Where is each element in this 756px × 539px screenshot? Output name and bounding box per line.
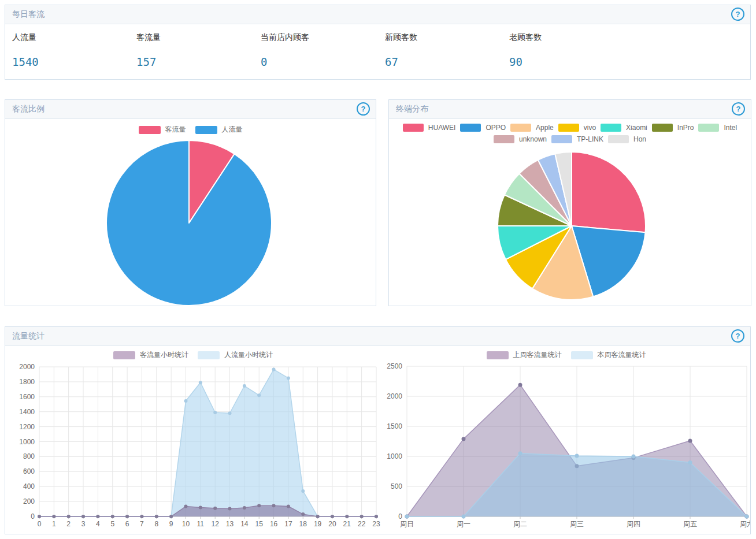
svg-text:600: 600 xyxy=(23,467,35,475)
svg-text:2000: 2000 xyxy=(387,392,402,400)
svg-text:17: 17 xyxy=(284,520,292,528)
svg-text:15: 15 xyxy=(255,520,264,528)
svg-text:11: 11 xyxy=(197,520,205,528)
stat-label: 人流量 xyxy=(12,32,136,43)
dashboard-page: 每日客流 ? 人流量1540客流量157当前店内顾客0新顾客数67老顾客数90 … xyxy=(0,0,756,539)
stat-item: 人流量1540 xyxy=(12,32,136,68)
svg-text:13: 13 xyxy=(226,520,234,528)
stat-label: 新顾客数 xyxy=(385,32,509,43)
svg-text:9: 9 xyxy=(169,520,173,528)
stat-value: 157 xyxy=(136,55,261,68)
svg-text:5: 5 xyxy=(110,520,114,528)
panel-daily-traffic: 每日客流 ? 人流量1540客流量157当前店内顾客0新顾客数67老顾客数90 xyxy=(5,5,751,80)
svg-text:周四: 周四 xyxy=(627,520,640,528)
panel-traffic-title: 流量统计 xyxy=(5,327,45,345)
svg-text:10: 10 xyxy=(182,520,190,528)
svg-text:6: 6 xyxy=(125,520,129,528)
panel-traffic-header: 流量统计 ? xyxy=(5,327,750,346)
svg-text:周一: 周一 xyxy=(457,520,470,528)
svg-text:400: 400 xyxy=(23,482,35,490)
stat-value: 1540 xyxy=(12,55,136,68)
svg-text:22: 22 xyxy=(358,520,366,528)
svg-text:0: 0 xyxy=(31,512,35,521)
stat-item: 客流量157 xyxy=(136,32,261,68)
svg-text:4: 4 xyxy=(96,520,100,528)
pie-slice-人流量[interactable] xyxy=(106,140,272,306)
stat-value: 0 xyxy=(261,55,385,68)
svg-text:21: 21 xyxy=(343,520,351,528)
daily-stats-row: 人流量1540客流量157当前店内顾客0新顾客数67老顾客数90 xyxy=(5,24,750,68)
panel-terminal-distribution: 终端分布 ? HUAWEIOPPOApplevivoXiaomiInProInt… xyxy=(388,99,751,306)
svg-text:23: 23 xyxy=(372,520,380,528)
svg-text:1600: 1600 xyxy=(19,393,35,401)
stat-item: 老顾客数90 xyxy=(509,32,633,68)
svg-text:16: 16 xyxy=(270,520,278,528)
y-axis-labels: 0200400600800100012001400160018002000 xyxy=(19,363,35,521)
svg-text:周二: 周二 xyxy=(513,520,527,528)
terminal-pie-chart xyxy=(389,118,751,306)
help-icon[interactable]: ? xyxy=(732,102,745,116)
svg-text:14: 14 xyxy=(240,520,249,528)
y-axis-labels: 05001000150020002500 xyxy=(387,362,402,521)
weekly-chart-box: 上周客流量统计本周客流量统计 05001000150020002500周日周一周… xyxy=(382,345,750,535)
svg-text:0: 0 xyxy=(398,512,402,521)
panel-terminal-header: 终端分布 ? xyxy=(389,100,751,119)
pie-slice-HUAWEI[interactable] xyxy=(572,152,646,232)
panel-daily-header: 每日客流 ? xyxy=(5,5,750,24)
svg-text:1400: 1400 xyxy=(19,408,35,416)
svg-text:1800: 1800 xyxy=(19,378,35,386)
svg-text:1500: 1500 xyxy=(387,422,402,430)
svg-text:19: 19 xyxy=(314,520,322,528)
svg-text:200: 200 xyxy=(23,497,35,505)
svg-text:7: 7 xyxy=(140,520,144,528)
stat-value: 67 xyxy=(385,55,509,68)
ratio-pie-chart xyxy=(5,118,376,306)
stat-item: 新顾客数67 xyxy=(385,32,509,68)
svg-text:18: 18 xyxy=(299,520,307,528)
weekly-area-chart: 05001000150020002500周日周一周二周三周四周五周六 xyxy=(382,345,750,535)
x-axis-labels: 01234567891011121314151617181920212223 xyxy=(38,520,380,528)
svg-text:1000: 1000 xyxy=(387,452,402,460)
help-icon[interactable]: ? xyxy=(731,8,744,21)
svg-text:周三: 周三 xyxy=(570,520,584,528)
svg-text:2: 2 xyxy=(66,520,71,528)
panel-terminal-title: 终端分布 xyxy=(389,100,428,118)
svg-text:1: 1 xyxy=(52,520,56,528)
svg-text:1000: 1000 xyxy=(19,438,35,446)
svg-text:3: 3 xyxy=(81,520,86,528)
stat-item: 当前店内顾客0 xyxy=(261,32,385,68)
panel-traffic-ratio: 客流比例 ? 客流量人流量 xyxy=(5,99,376,306)
svg-text:0: 0 xyxy=(38,520,42,528)
panel-daily-title: 每日客流 xyxy=(5,5,45,23)
hourly-chart-box: 客流量小时统计人流量小时统计 0200400600800100012001400… xyxy=(5,345,381,535)
series-人流量小时统计 xyxy=(38,368,378,518)
x-axis-labels: 周日周一周二周三周四周五周六 xyxy=(400,520,750,528)
svg-text:2500: 2500 xyxy=(387,362,402,370)
svg-text:周六: 周六 xyxy=(740,520,750,528)
help-icon[interactable]: ? xyxy=(357,102,370,116)
stat-value: 90 xyxy=(509,55,633,68)
help-icon[interactable]: ? xyxy=(731,329,744,343)
svg-text:8: 8 xyxy=(154,520,158,528)
hourly-area-chart: 0200400600800100012001400160018002000012… xyxy=(5,345,381,535)
panel-traffic-stats: 流量统计 ? 客流量小时统计人流量小时统计 020040060080010001… xyxy=(5,326,751,534)
stat-label: 当前店内顾客 xyxy=(261,32,385,43)
stat-label: 老顾客数 xyxy=(509,32,633,43)
svg-text:500: 500 xyxy=(391,482,402,490)
svg-text:2000: 2000 xyxy=(19,363,35,371)
svg-text:1200: 1200 xyxy=(19,423,35,431)
svg-text:12: 12 xyxy=(211,520,219,528)
panel-ratio-title: 客流比例 xyxy=(5,100,45,118)
svg-text:周五: 周五 xyxy=(683,520,697,528)
panel-ratio-header: 客流比例 ? xyxy=(5,100,376,119)
svg-text:20: 20 xyxy=(328,520,336,528)
stat-label: 客流量 xyxy=(136,32,261,43)
svg-text:800: 800 xyxy=(23,452,35,460)
svg-text:周日: 周日 xyxy=(400,520,414,528)
